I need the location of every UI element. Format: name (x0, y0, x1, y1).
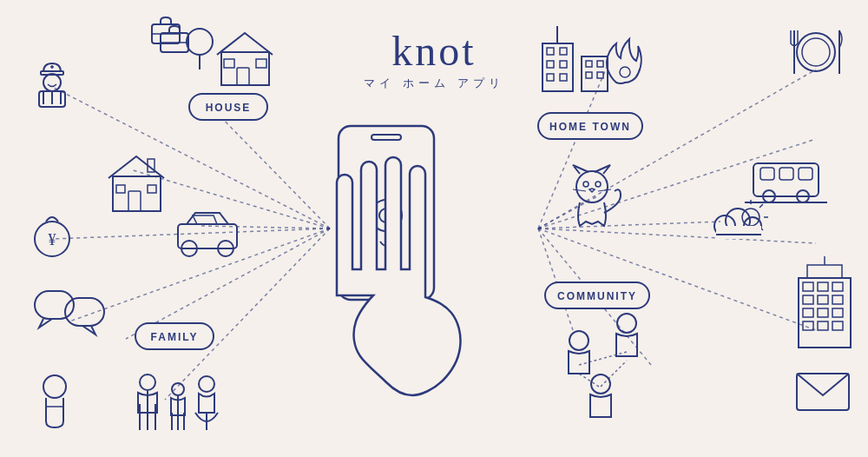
svg-text:マイ ホーム アプリ: マイ ホーム アプリ (364, 76, 503, 89)
main-container: knot マイ ホーム アプリ (0, 0, 868, 457)
illustration-svg: knot マイ ホーム アプリ (0, 0, 868, 457)
svg-text:¥: ¥ (49, 231, 56, 248)
svg-text:knot: knot (391, 28, 476, 74)
svg-rect-97 (716, 226, 761, 239)
svg-text:HOME TOWN: HOME TOWN (549, 121, 631, 133)
svg-text:COMMUNITY: COMMUNITY (557, 290, 637, 302)
svg-text:HOUSE: HOUSE (206, 102, 252, 114)
svg-text:FAMILY: FAMILY (151, 331, 199, 343)
